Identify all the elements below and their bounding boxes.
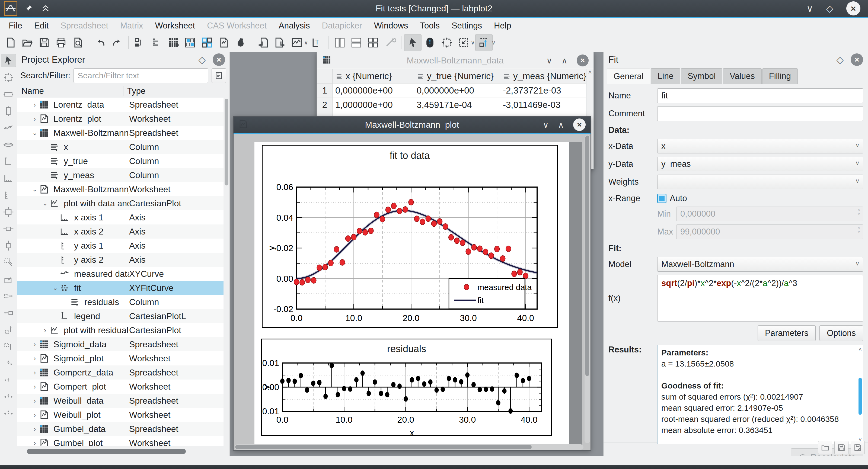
new-folder-icon[interactable] xyxy=(131,34,148,51)
dropdown-arrow-icon[interactable]: ∨ xyxy=(492,39,496,46)
collapse-arrow-icon[interactable]: ⌄ xyxy=(31,186,39,193)
scale-auto-y-icon[interactable] xyxy=(1,239,16,252)
new-spreadsheet-icon[interactable] xyxy=(165,34,182,51)
close-button[interactable]: × xyxy=(846,1,860,15)
parameters-button[interactable]: Parameters xyxy=(757,325,816,341)
new-datapicker-icon[interactable] xyxy=(232,34,249,51)
expand-arrow-icon[interactable]: › xyxy=(31,425,39,433)
zoom-x-icon[interactable] xyxy=(1,88,16,101)
edit-layout-icon[interactable] xyxy=(382,34,399,51)
filter-options-button[interactable] xyxy=(212,68,226,83)
tab-filling[interactable]: Filling xyxy=(762,68,798,84)
shift-up-icon[interactable] xyxy=(1,323,16,336)
maximize-button[interactable]: ◇ xyxy=(826,4,833,13)
layout-vertical-icon[interactable] xyxy=(331,34,348,51)
expand-arrow-icon[interactable]: › xyxy=(31,382,39,391)
shift-right-icon[interactable] xyxy=(1,290,16,303)
tree-item-fit[interactable]: ⌄fitXYFitCurve xyxy=(17,281,223,295)
auto-checkbox[interactable] xyxy=(657,194,666,203)
load-function-button[interactable] xyxy=(818,441,832,455)
tab-values[interactable]: Values xyxy=(723,68,762,84)
zoom-in-icon[interactable] xyxy=(1,256,16,269)
zoom-out-icon[interactable] xyxy=(1,273,16,286)
min-spinbox[interactable]: 0,000000 xyxy=(676,207,863,221)
save-icon[interactable] xyxy=(36,34,53,51)
close-panel-icon[interactable]: × xyxy=(850,54,863,66)
layout-grid-icon[interactable] xyxy=(365,34,382,51)
shade-window-icon[interactable]: ∨ xyxy=(546,56,552,65)
column-header[interactable]: y_true {Numeric} xyxy=(414,69,500,83)
new-worksheet-icon[interactable] xyxy=(215,34,232,51)
new-matrix-icon[interactable] xyxy=(182,34,198,51)
tree-item-lorentz_data[interactable]: ›Lorentz_dataSpreadsheet xyxy=(17,98,223,112)
cursor-position-icon[interactable] xyxy=(475,34,493,51)
float-panel-icon[interactable]: ◇ xyxy=(837,54,844,65)
tree-column-name[interactable]: Name xyxy=(17,86,123,96)
worksheet-page[interactable]: fit to data0.010.020.030.040.0-0.020.000… xyxy=(254,142,569,445)
tree-item-sigmoid_plot[interactable]: ›Sigmoid_plotWorksheet xyxy=(17,351,223,365)
tab-line[interactable]: Line xyxy=(651,68,680,84)
print-preview-icon[interactable] xyxy=(69,34,86,51)
weights-combobox[interactable] xyxy=(657,175,863,189)
pin-icon[interactable] xyxy=(24,3,34,13)
export-data-icon[interactable] xyxy=(272,34,288,51)
shift-down-icon[interactable] xyxy=(1,340,16,353)
plot-with-data-and-fit[interactable]: fit to data0.010.020.030.040.0-0.020.000… xyxy=(262,145,558,329)
tree-vertical-scrollbar[interactable] xyxy=(223,98,229,446)
expand-arrow-icon[interactable]: › xyxy=(31,439,39,446)
collapse-toolbar-icon[interactable] xyxy=(41,3,51,14)
shift-left-icon[interactable] xyxy=(1,306,16,320)
tree-item-maxwell-boltzmann_plot[interactable]: ⌄Maxwell-Boltzmann_plotWorksheet xyxy=(17,182,223,196)
nav-lr-icon[interactable] xyxy=(1,390,16,403)
tree-item-sigmoid_data[interactable]: ›Sigmoid_dataSpreadsheet xyxy=(17,337,223,351)
menu-analysis[interactable]: Analysis xyxy=(273,19,316,32)
collapse-arrow-icon[interactable]: ⌄ xyxy=(31,129,39,137)
tree-item-lorentz_plot[interactable]: ›Lorentz_plotWorksheet xyxy=(17,112,223,126)
plot-with-residuals[interactable]: residuals0.010.020.030.040.0-0.010.000.0… xyxy=(261,339,552,437)
menu-tools[interactable]: Tools xyxy=(414,19,446,32)
new-document-icon[interactable] xyxy=(2,34,19,51)
expand-arrow-icon[interactable]: › xyxy=(31,368,39,377)
scale-auto-x-icon[interactable] xyxy=(1,222,16,235)
redo-icon[interactable] xyxy=(109,34,126,51)
print-icon[interactable] xyxy=(53,34,69,51)
menu-windows[interactable]: Windows xyxy=(368,19,414,32)
zoom-select-icon[interactable] xyxy=(438,34,455,51)
window-titlebar[interactable]: Fit tests [Changed] — labplot2 ∨ ◇ × xyxy=(0,0,868,17)
model-combobox[interactable]: Maxwell-Boltzmann xyxy=(657,257,863,272)
tree-item-gumbel_data[interactable]: ›Gumbel_dataSpreadsheet xyxy=(17,422,223,436)
shade-window-icon[interactable]: ∨ xyxy=(543,120,549,130)
tree-item-gompertz_data[interactable]: ›Gompertz_dataSpreadsheet xyxy=(17,365,223,379)
select-cursor-icon[interactable] xyxy=(1,54,16,67)
cell[interactable]: 1,000000e+00 xyxy=(333,98,414,112)
tree-item-weibull_plot[interactable]: ›Weibull_plotWorksheet xyxy=(17,408,223,422)
expand-arrow-icon[interactable]: › xyxy=(31,101,39,109)
expand-arrow-icon[interactable]: › xyxy=(31,411,39,419)
cell[interactable]: -2,373721e-03 xyxy=(500,83,593,98)
results-textbox[interactable]: ˄ Parameters:a = 13.1565±2.0508 Goodness… xyxy=(657,345,863,444)
unshade-window-icon[interactable]: ∧ xyxy=(561,56,567,65)
expand-arrow-icon[interactable]: › xyxy=(31,397,39,405)
minimize-button[interactable]: ∨ xyxy=(806,4,813,13)
menu-file[interactable]: File xyxy=(3,19,28,32)
max-spinbox[interactable]: 99,000000 xyxy=(676,225,863,239)
tree-item-gompert_plot[interactable]: ›Gompert_plotWorksheet xyxy=(17,379,223,394)
menu-settings[interactable]: Settings xyxy=(446,19,488,32)
table-row[interactable]: 21,000000e+003,459171e-04-3,011469e-03 xyxy=(317,98,593,112)
worksheet-horizontal-scrollbar[interactable] xyxy=(235,444,584,450)
tree-item-maxwell-boltzmann_data[interactable]: ⌄Maxwell-Boltzmann_dataSpreadsheet xyxy=(17,126,223,140)
tab-general[interactable]: General xyxy=(607,69,650,84)
search-input[interactable]: Search/Filter text xyxy=(73,68,208,83)
import-data-icon[interactable] xyxy=(255,34,272,51)
dropdown-arrow-icon[interactable]: ∨ xyxy=(304,39,308,46)
tree-item-y-axis-2[interactable]: y axis 2Axis xyxy=(17,253,223,267)
fx-formula-editor[interactable]: sqrt(2/pi)*x^2*exp(-x^2/(2*a^2))/a^3 xyxy=(657,275,863,322)
tree-item-y-axis-1[interactable]: y axis 1Axis xyxy=(17,239,223,253)
scale-auto-icon[interactable] xyxy=(1,205,16,219)
worksheet-window[interactable]: Maxwell-Boltzmann_plot ∨ ∧ × fit to data… xyxy=(233,116,591,450)
select-cursor-icon[interactable] xyxy=(404,34,422,51)
tree-item-measured-data[interactable]: measured dataXYCurve xyxy=(17,267,223,281)
tree-item-legend[interactable]: legendCartesianPlotL xyxy=(17,309,223,323)
collapse-arrow-icon[interactable]: ⌄ xyxy=(51,284,59,292)
table-row[interactable]: 10,000000e+000,000000e+00-2,373721e-03 xyxy=(317,83,593,98)
